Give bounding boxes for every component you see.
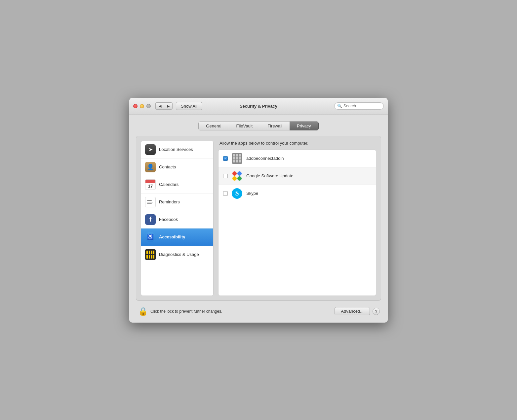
search-box: 🔍: [334, 102, 384, 110]
app-item-google[interactable]: Google Software Update: [219, 167, 376, 185]
close-button[interactable]: [133, 104, 138, 108]
adobe-row-1: [233, 154, 241, 157]
show-all-button[interactable]: Show All: [176, 102, 202, 110]
diag-cell-2: [149, 251, 150, 254]
bottom-bar: 🔒 Click the lock to prevent further chan…: [136, 305, 381, 317]
rem-line-2: [147, 202, 153, 202]
back-button[interactable]: ◀: [155, 102, 164, 110]
tab-filevault[interactable]: FileVault: [229, 122, 260, 130]
app-item-adobe[interactable]: adobeconnectaddin: [219, 150, 376, 167]
panel: ➤ Location Services 👤 Contacts 17 Calend…: [136, 136, 381, 301]
sidebar-label-location-services: Location Services: [159, 147, 193, 152]
diag-cell-3: [151, 251, 152, 254]
diag-cell-1: [146, 251, 148, 254]
sidebar-item-location-services[interactable]: ➤ Location Services: [141, 141, 213, 158]
app-name-adobe: adobeconnectaddin: [246, 156, 284, 161]
tab-firewall[interactable]: Firewall: [260, 122, 290, 130]
tab-privacy[interactable]: Privacy: [290, 122, 319, 130]
right-panel: Allow the apps below to control your com…: [218, 141, 376, 296]
adobe-cell-6: [239, 157, 241, 159]
main-window: ◀ ▶ Show All Security & Privacy 🔍 Genera…: [129, 98, 388, 323]
search-input[interactable]: [343, 104, 381, 108]
nav-buttons: ◀ ▶: [155, 102, 173, 110]
cal-header: [145, 180, 155, 183]
adobe-connect-icon: [232, 153, 242, 164]
app-checkbox-adobe[interactable]: [223, 156, 228, 161]
forward-button[interactable]: ▶: [164, 102, 173, 110]
bottom-right: Advanced... ?: [335, 307, 380, 315]
search-icon: 🔍: [337, 104, 342, 108]
gc-green: [237, 176, 242, 181]
advanced-button[interactable]: Advanced...: [335, 307, 370, 315]
help-button[interactable]: ?: [373, 308, 380, 315]
contacts-icon: 👤: [145, 162, 156, 172]
tabs: General FileVault Firewall Privacy: [136, 122, 381, 130]
gc-yellow: [232, 176, 237, 181]
reminders-icon: [145, 197, 156, 207]
traffic-lights: [133, 104, 151, 108]
panel-description: Allow the apps below to control your com…: [218, 141, 376, 146]
app-item-skype[interactable]: S Skype: [219, 185, 376, 202]
lock-icon[interactable]: 🔒: [137, 305, 149, 317]
titlebar: ◀ ▶ Show All Security & Privacy 🔍: [129, 98, 388, 115]
minimize-button[interactable]: [140, 104, 144, 108]
rem-line-3: [147, 203, 152, 204]
adobe-cell-9: [239, 160, 241, 162]
sidebar-label-calendars: Calendars: [159, 182, 179, 187]
skype-icon: S: [232, 188, 242, 199]
adobe-cell-7: [233, 160, 235, 162]
sidebar: ➤ Location Services 👤 Contacts 17 Calend…: [141, 141, 214, 296]
cal-body: 17: [145, 183, 155, 190]
app-name-skype: Skype: [246, 191, 258, 196]
zoom-button[interactable]: [146, 104, 151, 108]
app-name-google: Google Software Update: [246, 173, 293, 178]
adobe-cell-2: [236, 154, 238, 157]
gc-red: [232, 171, 237, 176]
adobe-row-3: [233, 160, 241, 162]
tab-general[interactable]: General: [198, 122, 228, 130]
sidebar-label-reminders: Reminders: [159, 199, 180, 204]
diag-cell-5: [146, 255, 148, 259]
sidebar-label-contacts: Contacts: [159, 164, 176, 169]
sidebar-item-contacts[interactable]: 👤 Contacts: [141, 158, 213, 176]
sidebar-item-accessibility[interactable]: ♿ Accessibility: [141, 228, 213, 246]
gc-blue: [237, 171, 242, 176]
sidebar-item-calendars[interactable]: 17 Calendars: [141, 176, 213, 193]
adobe-cell-4: [233, 157, 235, 159]
facebook-icon: f: [145, 214, 156, 225]
google-software-update-icon: [232, 171, 242, 181]
accessibility-icon: ♿: [145, 232, 156, 242]
lock-text: Click the lock to prevent further change…: [150, 309, 222, 314]
diag-cell-6: [149, 255, 150, 259]
sidebar-label-accessibility: Accessibility: [159, 234, 185, 239]
apps-list: adobeconnectaddin Google Software Update: [218, 150, 376, 296]
rem-line-1: [147, 200, 152, 201]
sidebar-label-facebook: Facebook: [159, 217, 178, 222]
sidebar-item-facebook[interactable]: f Facebook: [141, 211, 213, 228]
sidebar-label-diagnostics: Diagnostics & Usage: [159, 252, 199, 257]
content-area: General FileVault Firewall Privacy ➤ Loc…: [129, 115, 388, 323]
window-title: Security & Privacy: [240, 104, 277, 109]
adobe-cell-8: [236, 160, 238, 162]
adobe-cell-3: [239, 154, 241, 157]
diag-cell-4: [153, 251, 155, 254]
adobe-row-2: [233, 157, 241, 159]
sidebar-item-diagnostics[interactable]: Diagnostics & Usage: [141, 246, 213, 263]
diag-cell-8: [153, 255, 155, 259]
app-checkbox-skype[interactable]: [223, 191, 228, 196]
sidebar-item-reminders[interactable]: Reminders: [141, 193, 213, 211]
diagnostics-icon: [145, 249, 156, 260]
adobe-cell-1: [233, 154, 235, 157]
calendars-icon: 17: [145, 179, 156, 190]
location-icon: ➤: [145, 144, 156, 155]
diag-cell-7: [151, 255, 152, 259]
app-checkbox-google[interactable]: [223, 174, 228, 178]
adobe-cell-5: [236, 157, 238, 159]
